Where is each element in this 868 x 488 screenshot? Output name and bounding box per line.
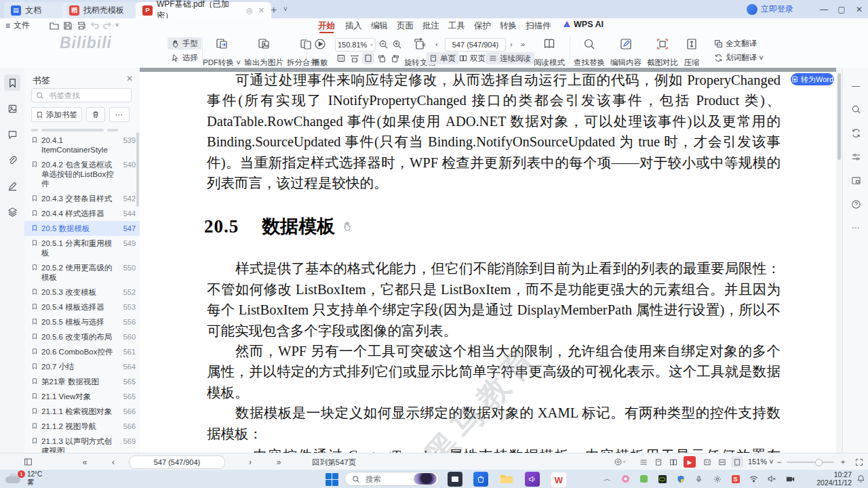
tray-sogou-icon[interactable]: S [730,474,741,484]
document-scrollbar-thumb[interactable] [837,73,841,160]
bookmark-item[interactable]: 21.1.2 视图导航566 [24,419,140,434]
zoom-slider[interactable] [787,462,834,463]
convert-to-word-button[interactable]: 转为Word [791,73,834,85]
zoom-in-plus-icon[interactable]: ＋ [837,456,849,468]
bookmark-item[interactable]: 20.5.4 模板选择器553 [24,300,140,314]
tab-close-icon[interactable]: ✕ [258,6,264,15]
bookmark-item-partial[interactable] [24,125,140,133]
select-tool-button[interactable]: 选择 [167,52,201,64]
single-page-view-icon[interactable] [652,456,665,468]
zoom-slider-thumb[interactable] [815,459,823,466]
fit-width-icon[interactable] [716,456,728,468]
notification-bell-icon[interactable] [856,474,865,483]
weather-widget[interactable]: 1 12°C 雾 [5,470,42,487]
document-page[interactable]: 可通过处理事件来响应特定修改，从而选择自动运行上面的代码，例如 ProperyC… [140,68,836,453]
bookmark-search[interactable] [31,88,132,102]
bookmark-item[interactable]: 20.5.5 模板与选择556 [24,314,140,329]
taskbar-clock[interactable]: 10:27 2024/11/12 [816,471,852,487]
ribbon-tab-annotate[interactable]: 批注 [418,18,443,33]
task-view-button[interactable] [448,472,462,487]
delete-bookmark-button[interactable] [86,107,105,122]
tray-security-shield-icon[interactable] [675,474,686,484]
more-tools-icon[interactable]: ⋯ [848,220,863,235]
bookmark-item[interactable]: 第21章 数据视图565 [24,374,140,389]
tab-home[interactable]: ▤ 文档 [4,2,66,18]
open-folder-icon[interactable] [49,20,60,31]
page-number-box[interactable]: 547 (547/904) [445,38,506,52]
last-page-icon[interactable]: » [521,40,525,48]
zoom-in-icon[interactable] [391,38,403,50]
fit-actual-size-icon[interactable] [335,52,347,64]
bookmark-item[interactable]: 20.5.3 改变模板552 [24,285,140,300]
ribbon-tab-convert[interactable]: 转换 [496,18,521,33]
last-page-icon[interactable]: » [273,456,285,468]
attachments-panel-icon[interactable] [4,152,20,168]
find-replace-button[interactable]: 查找替换 [572,35,607,69]
start-button[interactable] [324,472,339,487]
maximize-button[interactable]: ▢ [833,0,850,18]
first-page-icon[interactable]: « [422,40,426,48]
word-translate-button[interactable]: 划词翻译 ˅ [711,52,767,64]
rotate-right-icon[interactable] [389,52,401,64]
bookmark-item[interactable]: 20.4.3 交替条目样式542 [24,191,140,206]
tray-settings-gear-icon[interactable] [712,474,722,484]
doc-search-icon[interactable] [848,102,863,117]
ribbon-tab-insert[interactable]: 插入 [341,18,366,33]
bookmark-item[interactable]: 20.7 小结564 [24,359,140,374]
print-icon[interactable] [76,20,87,31]
zoom-out-icon[interactable] [377,38,389,50]
next-page-icon[interactable]: › [244,456,256,468]
hand-tool-button[interactable]: 手型 [167,37,201,49]
export-image-button[interactable]: 输出为图片 [243,35,285,69]
rotate-left-icon[interactable] [376,52,388,64]
fit-page-icon[interactable] [731,456,743,468]
edit-content-button[interactable]: 编辑内容 [608,35,644,69]
redo-icon[interactable] [102,20,113,31]
screenshot-compare-button[interactable]: 截图对比 [645,35,680,69]
bookmark-item[interactable]: 21.1 View对象565 [24,389,140,404]
presentation-play-button[interactable]: ▶ [684,456,696,468]
tray-green-app-icon[interactable] [639,474,649,484]
tray-expand-icon[interactable]: ︿ [602,474,612,484]
bookmark-item[interactable]: 21.1.1 检索视图对象566 [24,404,140,419]
media-app-button[interactable] [525,472,540,487]
statusbar-zoom-value[interactable]: 151% ˅ [748,458,774,466]
ribbon-tab-scan[interactable]: 扫描件 [521,18,555,33]
fit-actual-icon[interactable] [701,456,713,468]
bookmark-item-selected[interactable]: 20.5 数据模板547 [24,221,140,236]
bookmark-item[interactable]: 20.6 ComboBox控件561 [24,344,140,359]
taskbar-search[interactable] [344,472,439,486]
double-page-view-icon[interactable] [667,456,679,468]
ribbon-tab-page[interactable]: 页面 [393,18,418,33]
statusbar-page-box[interactable]: 547 (547/904) [129,455,225,469]
next-page-icon[interactable]: › [510,40,513,48]
single-page-button[interactable]: 单页 [426,52,459,64]
continuous-view-icon[interactable] [637,456,650,468]
store-button[interactable] [473,472,488,487]
bookmark-item[interactable]: 20.5.1 分离和重用模板549 [24,236,140,260]
login-button[interactable]: 立即登录 [747,0,793,18]
zoom-combobox[interactable]: 150.81% ˅ [335,38,376,52]
bookmark-item[interactable]: 20.5.2 使用更高级的模板550 [24,260,140,285]
bookmark-scrollbar[interactable] [136,132,139,207]
file-explorer-button[interactable] [499,472,514,487]
first-page-icon[interactable]: « [79,456,91,468]
minimize-button[interactable]: — [815,0,833,18]
play-button[interactable]: 播放 [307,35,334,69]
fit-page-icon[interactable] [362,52,374,64]
eye-protect-mode-icon[interactable]: ˅ [610,456,629,468]
panel-close-icon[interactable]: ✕ [126,74,133,83]
layers-panel-icon[interactable] [4,203,20,220]
wps-ai-button[interactable]: WPS AI [563,20,604,29]
tray-wifi-icon[interactable] [749,474,759,484]
file-menu[interactable]: ≡ 文件 [5,20,30,31]
quickbar-chevron-icon[interactable]: ˅ [115,22,126,33]
compress-button[interactable]: 压缩 [679,35,704,69]
fit-width-icon[interactable] [349,52,361,64]
continuous-read-button[interactable]: 连续阅读 [486,52,534,64]
settings-sliders-icon[interactable] [848,149,863,164]
help-icon[interactable] [848,197,863,211]
prev-page-icon[interactable]: ‹ [435,40,438,48]
close-button[interactable]: ✕ [850,0,868,18]
tab-list-chevron-icon[interactable]: ˅ [283,5,288,13]
